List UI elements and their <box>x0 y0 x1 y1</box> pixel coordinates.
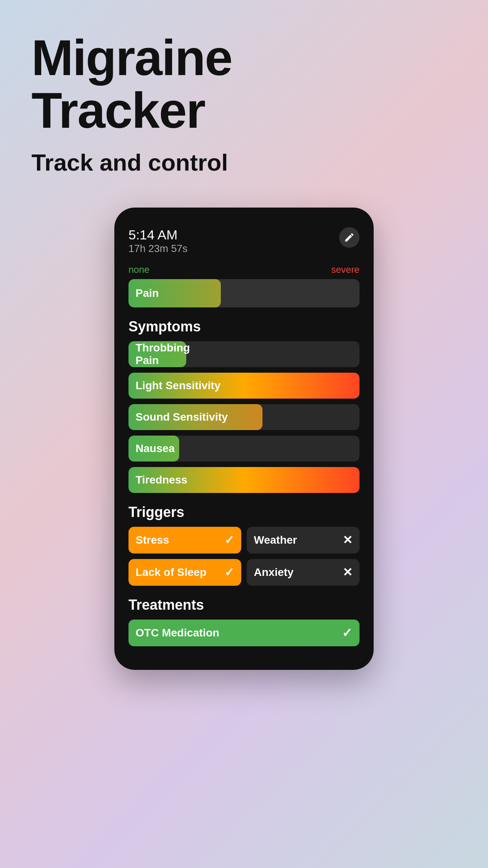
pain-min-label: none <box>128 264 149 275</box>
sound-label: Sound Sensitivity <box>136 411 228 423</box>
pain-bar-container[interactable]: Pain <box>128 279 360 307</box>
status-bar: 5:14 AM 17h 23m 57s <box>128 227 360 255</box>
pain-bar-fill: Pain <box>128 279 221 307</box>
hero-section: Migraine Tracker Track and control <box>0 0 488 192</box>
symptom-light-bar[interactable]: Light Sensitivity <box>128 373 360 399</box>
symptom-tiredness-bar[interactable]: Tiredness <box>128 467 360 493</box>
trigger-lack-of-sleep-label: Lack of Sleep <box>136 566 207 579</box>
trigger-lack-of-sleep[interactable]: Lack of Sleep ✓ <box>128 559 241 586</box>
triggers-section-title: Triggers <box>128 504 360 520</box>
edit-button[interactable] <box>339 227 360 248</box>
throbbing-fill: Throbbing Pain <box>128 341 186 367</box>
trigger-anxiety-label: Anxiety <box>254 566 294 579</box>
treatments-section-title: Treatments <box>128 597 360 613</box>
trigger-stress-checkmark-icon: ✓ <box>224 533 234 547</box>
status-time-group: 5:14 AM 17h 23m 57s <box>128 227 187 255</box>
trigger-lack-of-sleep-checkmark-icon: ✓ <box>224 565 234 579</box>
pain-bar-label: Pain <box>136 287 159 300</box>
triggers-grid: Stress ✓ Weather ✕ Lack of Sleep ✓ Anxie… <box>128 527 360 586</box>
elapsed-time: 17h 23m 57s <box>128 243 187 255</box>
symptom-nausea-bar[interactable]: Nausea <box>128 436 360 462</box>
throbbing-label: Throbbing Pain <box>136 342 190 367</box>
treatment-otc-checkmark-icon: ✓ <box>342 625 352 640</box>
light-label: Light Sensitivity <box>136 379 220 392</box>
trigger-weather[interactable]: Weather ✕ <box>247 527 360 554</box>
pain-labels: none severe <box>128 264 360 275</box>
phone-mockup: 5:14 AM 17h 23m 57s none severe Pain Sym… <box>114 208 374 670</box>
trigger-anxiety[interactable]: Anxiety ✕ <box>247 559 360 586</box>
sound-fill: Sound Sensitivity <box>128 404 262 430</box>
trigger-weather-x-icon: ✕ <box>343 533 352 547</box>
current-time: 5:14 AM <box>128 227 187 243</box>
nausea-label: Nausea <box>136 442 175 455</box>
symptom-sound-bar[interactable]: Sound Sensitivity <box>128 404 360 430</box>
treatment-otc-label: OTC Medication <box>136 627 219 639</box>
treatment-otc-medication[interactable]: OTC Medication ✓ <box>128 620 360 646</box>
pencil-icon <box>344 232 355 243</box>
trigger-weather-label: Weather <box>254 534 297 546</box>
app-title: Migraine Tracker <box>31 31 457 137</box>
tiredness-fill: Tiredness <box>128 467 360 493</box>
trigger-stress-label: Stress <box>136 534 169 546</box>
light-fill: Light Sensitivity <box>128 373 360 399</box>
trigger-stress[interactable]: Stress ✓ <box>128 527 241 554</box>
app-subtitle: Track and control <box>31 149 457 176</box>
tiredness-label: Tiredness <box>136 474 187 486</box>
symptoms-section-title: Symptoms <box>128 318 360 335</box>
symptom-throbbing-bar[interactable]: Throbbing Pain <box>128 341 360 367</box>
nausea-fill: Nausea <box>128 436 179 462</box>
trigger-anxiety-x-icon: ✕ <box>343 565 352 579</box>
pain-max-label: severe <box>331 264 360 275</box>
